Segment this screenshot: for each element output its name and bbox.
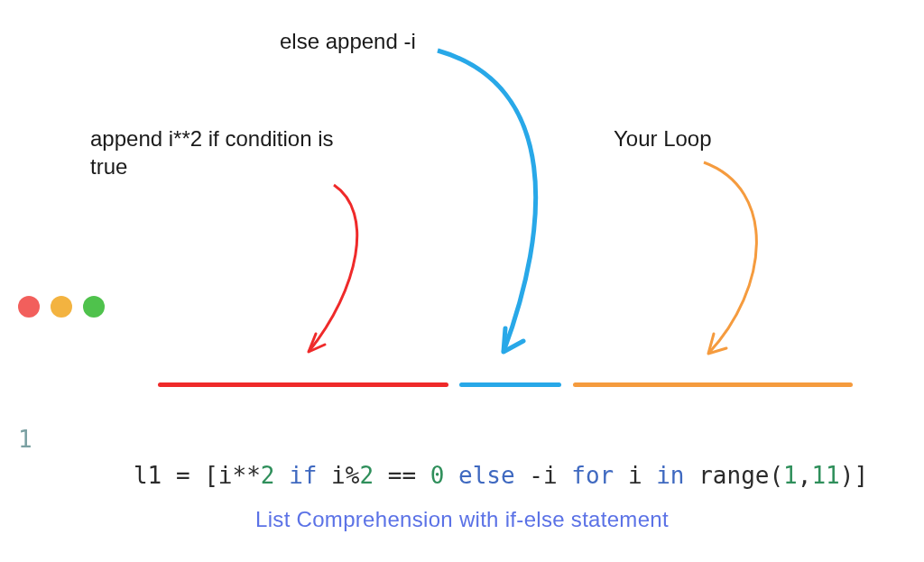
dot-red-icon — [18, 296, 40, 318]
kw-in: in — [656, 462, 684, 489]
underline-if — [158, 382, 448, 387]
kw-if: if — [289, 462, 317, 489]
kw-for: for — [571, 462, 614, 489]
dot-green-icon — [83, 296, 105, 318]
fn-range: range — [698, 462, 769, 489]
arrow-if — [309, 185, 357, 352]
kw-else: else — [458, 462, 515, 489]
var-l1: l1 — [134, 462, 162, 489]
annotation-loop: Your Loop — [614, 124, 712, 152]
arrow-else — [438, 51, 536, 352]
annotation-if-true: append i**2 if condition is true — [90, 124, 370, 180]
window-dots — [18, 296, 105, 318]
dot-yellow-icon — [51, 296, 72, 318]
arrow-loop — [704, 162, 756, 354]
annotation-else: else append -i — [280, 27, 416, 55]
underline-loop — [573, 382, 853, 387]
underline-else — [459, 382, 561, 387]
caption: List Comprehension with if-else statemen… — [0, 507, 924, 532]
